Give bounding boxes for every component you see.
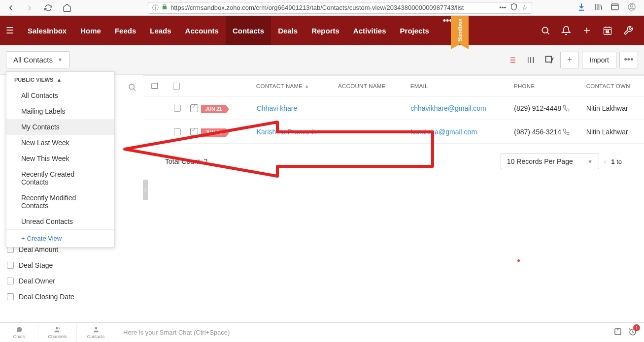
library-icon[interactable] — [594, 2, 603, 13]
bottom-tab-channels[interactable]: Channels — [38, 323, 77, 342]
nav-home[interactable]: Home — [73, 16, 108, 45]
table-row[interactable]: JUN 21 Chhavi khare chhavikhare@gmail.co… — [143, 96, 644, 120]
page-prev[interactable]: ‹ — [604, 157, 607, 165]
reload-button[interactable] — [41, 1, 55, 15]
table-row[interactable]: JUN 21 Karishma Pramanik karishma@gmail.… — [143, 120, 644, 144]
phone-icon[interactable] — [563, 105, 570, 112]
svg-rect-0 — [611, 4, 618, 10]
dropdown-item-recently-modified[interactable]: Recently Modified Contacts — [6, 190, 114, 214]
caret-down-icon: ▼ — [588, 159, 593, 164]
nav-reports[interactable]: Reports — [305, 16, 346, 45]
dropdown-item-mailing-labels[interactable]: Mailing Labels — [6, 103, 114, 119]
dropdown-item-new-this-week[interactable]: New This Week — [6, 151, 114, 166]
dropdown-item-unread[interactable]: Unread Contacts — [6, 214, 114, 229]
download-icon[interactable] — [577, 2, 586, 13]
menu-icon[interactable]: ☰ — [5, 25, 15, 36]
view-selector[interactable]: All Contacts ▼ — [6, 51, 70, 68]
column-contact-name[interactable]: CONTACT NAME ▲ — [256, 83, 338, 89]
home-button[interactable] — [60, 1, 74, 15]
create-view-link[interactable]: +Create View — [6, 229, 114, 247]
select-all-checkbox[interactable] — [173, 83, 180, 90]
reminder-icon[interactable]: 1 — [628, 327, 637, 338]
add-icon[interactable] — [582, 26, 592, 35]
svg-rect-6 — [546, 56, 552, 62]
contact-name-link[interactable]: Karishma Pramanik — [257, 128, 339, 136]
sandbox-badge: Sandbox — [451, 16, 469, 44]
date-badge: JUN 21 — [201, 105, 226, 113]
checkbox[interactable] — [7, 262, 14, 269]
checkbox[interactable] — [7, 293, 14, 300]
email-link[interactable]: karishma@gmail.com — [410, 128, 514, 136]
browser-toolbar: ⓘ https://crmsandbox.zoho.com/crm/org664… — [0, 0, 644, 16]
dropdown-item-recently-created[interactable]: Recently Created Contacts — [6, 166, 114, 190]
nav-leads[interactable]: Leads — [143, 16, 178, 45]
reader-icon[interactable] — [510, 3, 518, 12]
task-icon[interactable] — [190, 128, 198, 136]
nav-deals[interactable]: Deals — [271, 16, 305, 45]
kanban-view-icon[interactable] — [523, 52, 539, 68]
tools-icon[interactable] — [623, 26, 633, 35]
svg-rect-8 — [152, 84, 158, 88]
table-footer: Total Count: 2 10 Records Per Page ▼ ‹ 1… — [143, 144, 644, 179]
column-contact-owner[interactable]: CONTACT OWN — [586, 83, 644, 89]
nav-projects[interactable]: Projects — [393, 16, 436, 45]
more-actions-button[interactable]: ••• — [619, 52, 638, 68]
global-search-icon[interactable] — [541, 26, 550, 35]
url-bar[interactable]: ⓘ https://crmsandbox.zoho.com/crm/org664… — [148, 2, 532, 14]
nav-feeds[interactable]: Feeds — [108, 16, 143, 45]
dropdown-section-header: PUBLIC VIEWS ▲ — [6, 72, 114, 88]
red-dot-marker — [517, 259, 520, 262]
row-checkbox[interactable] — [174, 105, 181, 112]
notifications-icon[interactable] — [561, 26, 571, 35]
dropdown-item-my-contacts[interactable]: My Contacts — [6, 119, 114, 135]
column-email[interactable]: EMAIL — [410, 83, 514, 89]
dropdown-item-new-last-week[interactable]: New Last Week — [6, 135, 114, 151]
nav-accounts[interactable]: Accounts — [178, 16, 226, 45]
sidebar-search-icon[interactable] — [125, 80, 139, 94]
url-more-icon[interactable]: ••• — [499, 4, 506, 11]
nav-salesinbox[interactable]: SalesInbox — [21, 16, 73, 45]
bookmark-icon[interactable]: ☆ — [522, 4, 528, 11]
canvas-view-icon[interactable] — [542, 52, 557, 68]
calendar-icon[interactable]: 31 — [603, 26, 612, 35]
bottom-tab-chats[interactable]: Chats — [0, 323, 38, 342]
nav-activities[interactable]: Activities — [346, 16, 393, 45]
sidebar-collapse-handle[interactable]: ‹ — [143, 180, 148, 200]
view-dropdown: PUBLIC VIEWS ▲ All Contacts Mailing Labe… — [6, 71, 115, 248]
feedback-icon[interactable] — [613, 327, 622, 338]
import-button[interactable]: Import — [582, 52, 616, 68]
filter-deal-stage[interactable]: Deal Stage — [7, 257, 136, 273]
badge-count: 1 — [633, 324, 640, 331]
phone-icon[interactable] — [563, 128, 570, 135]
main-nav: ☰ SalesInbox Home Feeds Leads Accounts C… — [0, 16, 644, 45]
contact-name-link[interactable]: Chhavi khare — [257, 104, 339, 112]
svg-text:31: 31 — [606, 30, 610, 33]
back-button[interactable] — [4, 1, 18, 15]
column-phone[interactable]: PHONE — [514, 83, 586, 89]
date-badge: JUN 21 — [201, 128, 226, 137]
checkbox[interactable] — [7, 278, 14, 284]
dropdown-item-all-contacts[interactable]: All Contacts — [6, 88, 114, 103]
list-view-icon[interactable] — [504, 52, 520, 68]
forward-button[interactable] — [23, 1, 36, 15]
email-link[interactable]: chhavikhare@gmail.com — [410, 104, 514, 112]
nav-contacts[interactable]: Contacts — [226, 16, 271, 45]
owner-cell: Nitin Lakhwar — [586, 104, 644, 112]
column-settings-icon[interactable] — [143, 82, 167, 90]
svg-point-7 — [129, 84, 135, 90]
add-record-button[interactable]: + — [560, 52, 579, 68]
table-header: CONTACT NAME ▲ ACCOUNT NAME EMAIL PHONE … — [143, 76, 644, 96]
smart-chat-input[interactable]: Here is your Smart Chat (Ctrl+Space) — [115, 329, 613, 336]
sidebar-icon[interactable] — [610, 2, 619, 13]
bottom-tab-contacts[interactable]: Contacts — [77, 323, 115, 342]
sort-asc-icon: ▲ — [305, 84, 309, 89]
task-icon[interactable] — [190, 104, 198, 112]
filter-deal-closing-date[interactable]: Deal Closing Date — [7, 289, 136, 305]
filter-deal-owner[interactable]: Deal Owner — [7, 273, 136, 289]
records-per-page-select[interactable]: 10 Records Per Page ▼ — [501, 154, 599, 169]
caret-down-icon: ▼ — [58, 57, 63, 62]
column-account-name[interactable]: ACCOUNT NAME — [338, 83, 410, 89]
profile-icon[interactable] — [627, 2, 636, 13]
row-checkbox[interactable] — [174, 128, 181, 135]
toolbar: All Contacts ▼ + Import ••• — [0, 45, 644, 75]
